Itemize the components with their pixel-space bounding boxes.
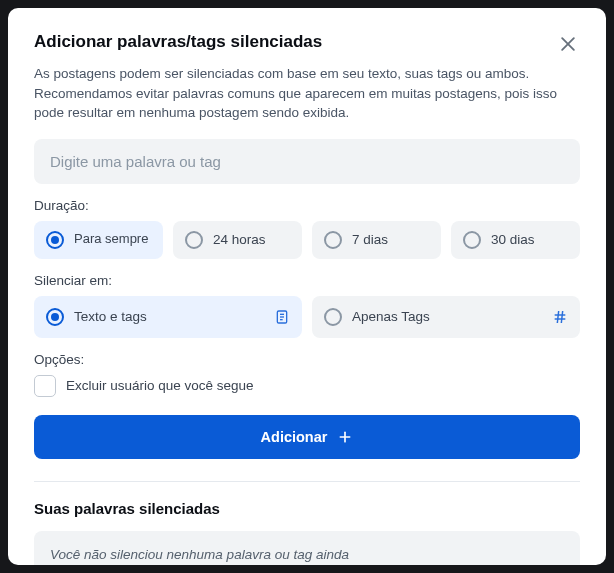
- radio-icon: [46, 308, 64, 326]
- word-input-row: [34, 139, 580, 184]
- radio-icon: [185, 231, 203, 249]
- add-button-label: Adicionar: [261, 429, 328, 445]
- exclude-followed-row: Excluir usuário que você segue: [34, 375, 580, 397]
- duration-option-24h[interactable]: 24 horas: [173, 221, 302, 259]
- exclude-followed-label[interactable]: Excluir usuário que você segue: [66, 378, 254, 393]
- hashtag-icon: [552, 309, 568, 325]
- radio-icon: [324, 231, 342, 249]
- close-button[interactable]: [556, 32, 580, 56]
- word-input[interactable]: [34, 139, 580, 184]
- close-icon: [558, 34, 578, 54]
- duration-label: Duração:: [34, 198, 580, 213]
- duration-option-label: 30 dias: [491, 232, 535, 247]
- radio-icon: [46, 231, 64, 249]
- plus-icon: [337, 429, 353, 445]
- modal-title: Adicionar palavras/tags silenciadas: [34, 32, 322, 52]
- muted-words-title: Suas palavras silenciadas: [34, 500, 580, 517]
- mute-in-label: Silenciar em:: [34, 273, 580, 288]
- mute-in-text-and-tags[interactable]: Texto e tags: [34, 296, 302, 338]
- svg-line-9: [561, 311, 562, 323]
- options-label: Opções:: [34, 352, 580, 367]
- add-button[interactable]: Adicionar: [34, 415, 580, 459]
- mute-in-tags-only[interactable]: Apenas Tags: [312, 296, 580, 338]
- radio-icon: [324, 308, 342, 326]
- modal-description: As postagens podem ser silenciadas com b…: [34, 64, 580, 123]
- duration-option-30d[interactable]: 30 dias: [451, 221, 580, 259]
- duration-option-label: 24 horas: [213, 232, 266, 247]
- duration-option-forever[interactable]: Para sempre: [34, 221, 163, 259]
- duration-option-label: 7 dias: [352, 232, 388, 247]
- muted-words-empty: Você não silenciou nenhuma palavra ou ta…: [34, 531, 580, 565]
- svg-line-8: [557, 311, 558, 323]
- mute-words-modal: Adicionar palavras/tags silenciadas As p…: [8, 8, 606, 565]
- mute-in-options: Texto e tags Apenas Tags: [34, 296, 580, 338]
- mute-in-option-label: Texto e tags: [74, 309, 147, 324]
- section-divider: [34, 481, 580, 482]
- mute-in-option-label: Apenas Tags: [352, 309, 430, 324]
- modal-header: Adicionar palavras/tags silenciadas: [34, 32, 580, 56]
- duration-option-label: Para sempre: [74, 232, 148, 247]
- exclude-followed-checkbox[interactable]: [34, 375, 56, 397]
- duration-option-7d[interactable]: 7 dias: [312, 221, 441, 259]
- text-page-icon: [274, 309, 290, 325]
- radio-icon: [463, 231, 481, 249]
- duration-options: Para sempre 24 horas 7 dias 30 dias: [34, 221, 580, 259]
